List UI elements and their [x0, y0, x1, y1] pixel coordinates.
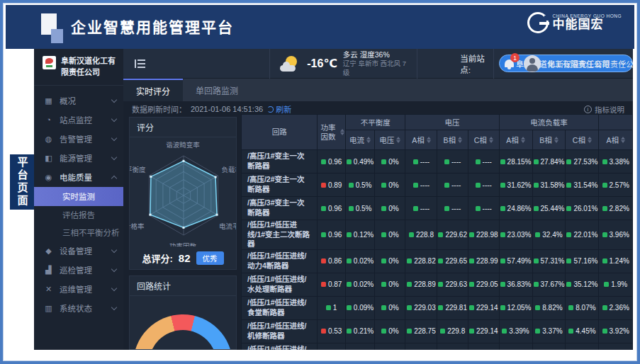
circuit-name: /高压/3#变主一次断路器: [242, 197, 318, 220]
page-tag: 平台页面: [10, 154, 34, 210]
sidebar-collapse-icon[interactable]: [135, 59, 145, 68]
status-dot: [407, 305, 412, 310]
score-grade-badge: 优秀: [196, 251, 224, 265]
status-dot: [469, 258, 474, 263]
status-dot: [500, 232, 505, 237]
status-dot: [566, 206, 571, 211]
table-row[interactable]: /高压/3#变主一次断路器0.960.5%0%------------24.86…: [242, 197, 633, 220]
value-cell: 229.14: [468, 319, 499, 343]
dashboard-topbar: -16℃ 多云 湿度36% 辽宁 阜新市 西北风 7级 当前站点: 阜新汉道化工…: [123, 49, 633, 79]
value-cell: 0%: [375, 150, 405, 174]
status-dot: [500, 258, 505, 263]
status-dot: [534, 206, 539, 211]
sidebar-item-1[interactable]: ◔站点监控: [34, 110, 123, 130]
total-score-label: 总评分:: [142, 251, 172, 265]
col-subheader[interactable]: B相: [532, 130, 566, 150]
col-group-header: [599, 115, 633, 130]
value-cell: 229.83: [437, 343, 468, 350]
sort-icon: [489, 137, 493, 143]
col-subheader[interactable]: A相: [499, 130, 532, 150]
sidebar-item-2[interactable]: ◍告警管理: [34, 130, 123, 149]
col-subheader[interactable]: A相: [599, 130, 633, 150]
status-dot: [535, 329, 540, 334]
table-row[interactable]: /低压/1#低压进线/动力4断路器0.860.02%0%228.82229.65…: [242, 249, 633, 273]
table-row[interactable]: /低压/1#低压进线/1#变主二次断路器0.960.12%0%228.8229.…: [242, 220, 633, 250]
status-dot: [438, 282, 443, 287]
radar-chart: 谐波畸变率负载率电流平衡功率因数合格率平衡度: [130, 137, 236, 246]
col-subheader[interactable]: B相: [437, 130, 468, 150]
table-row[interactable]: /低压/1#低压进线/水处理断路器0.870.02%0%228.89229.63…: [242, 273, 633, 296]
radar-axis-label: 电流平衡: [219, 221, 236, 231]
status-dot: [602, 329, 607, 334]
notification-bell-icon[interactable]: 1: [503, 56, 517, 72]
sidebar-subitem[interactable]: 三相不平衡分析: [34, 224, 123, 241]
sort-icon: [340, 129, 344, 135]
sidebar-item-label: 运维管理: [60, 283, 112, 295]
col-group-header: 不平衡度: [345, 115, 405, 130]
table-row[interactable]: /高压/1#变主一次断路器0.960.49%0%------------28.1…: [242, 150, 633, 174]
status-dot: [500, 305, 505, 310]
value-cell: 0.87: [318, 273, 346, 296]
status-dot: [476, 159, 481, 164]
sidebar-item-7[interactable]: ✕运维管理: [34, 280, 123, 299]
tab-实时评分[interactable]: 实时评分: [123, 79, 183, 101]
sidebar-item-6[interactable]: ▟巡检管理: [34, 261, 123, 280]
circuit-name: /高压/2#变主一次断路器: [242, 174, 318, 197]
score-panel: 评分 谐波畸变率负载率电流平衡功率因数合格率平衡度 总评分: 82 优秀: [129, 117, 237, 270]
left-panels: 评分 谐波畸变率负载率电流平衡功率因数合格率平衡度 总评分: 82 优秀 回路统…: [129, 117, 237, 350]
col-subheader[interactable]: A相: [405, 130, 437, 150]
value-cell: 31.54%: [566, 174, 599, 197]
overview-icon: ▦: [44, 96, 53, 106]
status-dot: [407, 282, 412, 287]
status-dot: [500, 282, 505, 287]
value-cell: 26.01%: [566, 197, 599, 220]
sidebar-item-label: 站点监控: [60, 114, 112, 125]
value-cell: 229.62: [437, 220, 468, 250]
sidebar-subitem[interactable]: 评估报告: [34, 206, 123, 224]
col-subheader[interactable]: C相: [468, 130, 499, 150]
dashboard: 阜新汉道化工有限责任公司 ▦概况◔站点监控◍告警管理◧能源管理◉电能质量实时监测…: [34, 49, 633, 350]
sidebar-subitem[interactable]: 实时监测: [34, 187, 123, 206]
status-dot: [381, 183, 386, 188]
indicator-help-link[interactable]: i 指标说明: [584, 104, 624, 115]
value-cell: 8.82%: [532, 296, 566, 319]
table-row[interactable]: /高压/2#变主一次断路器0.890.5%0%------------31.62…: [242, 174, 633, 197]
refresh-button[interactable]: 刷新: [267, 103, 291, 115]
value-cell: 0%: [375, 197, 405, 220]
refresh-time-label: 数据刷新时间：: [132, 103, 186, 115]
value-cell: 0.53: [318, 319, 346, 343]
sidebar-item-0[interactable]: ▦概况: [34, 91, 123, 110]
tab-单回路监测[interactable]: 单回路监测: [183, 79, 251, 101]
value-cell: 0%: [375, 319, 405, 343]
value-cell: 228.98: [468, 220, 499, 250]
col-header[interactable]: 功率因数: [318, 115, 346, 150]
tab-bar: 实时评分单回路监测: [123, 79, 633, 101]
sidebar-item-5[interactable]: ◆设备管理: [34, 241, 123, 261]
chevron-down-icon: [111, 285, 117, 291]
notification-badge: 1: [510, 53, 520, 62]
value-cell: ----: [405, 197, 437, 220]
donut-chart: [130, 296, 236, 349]
value-cell: 228.82: [405, 249, 437, 273]
value-cell: 21.78%: [532, 343, 566, 350]
status-dot: [349, 206, 354, 211]
status-dot: [321, 258, 326, 263]
status-dot: [476, 183, 481, 188]
col-subheader[interactable]: 电流: [345, 130, 374, 150]
status-dot: [602, 305, 607, 310]
value-cell: 3.92%: [599, 319, 633, 343]
sidebar-item-3[interactable]: ◧能源管理: [34, 149, 123, 168]
table-row[interactable]: /低压/1#低压进线/食堂断路器10.09%0%229.03229.81229.…: [242, 296, 633, 319]
system-status-icon: ▥: [44, 304, 53, 313]
user-avatar[interactable]: [524, 55, 541, 72]
sidebar-item-4[interactable]: ◉电能质量: [34, 168, 123, 187]
main-area: -16℃ 多云 湿度36% 辽宁 阜新市 西北风 7级 当前站点: 阜新汉道化工…: [123, 49, 633, 350]
col-subheader[interactable]: 电压: [375, 130, 405, 150]
col-subheader[interactable]: C相: [566, 130, 599, 150]
table-row[interactable]: /低压/1#低压进线/锅炉断路器0.870.06%0%228.81229.832…: [242, 343, 633, 350]
sidebar-item-8[interactable]: ▥系统状态: [34, 299, 123, 318]
circuit-stats-panel: 回路统计: [129, 275, 237, 350]
value-cell: ----: [405, 150, 437, 174]
value-cell: 228.81: [405, 343, 437, 350]
table-row[interactable]: /低压/1#低压进线/机修断路器0.530.21%0%228.75229.822…: [242, 319, 633, 343]
